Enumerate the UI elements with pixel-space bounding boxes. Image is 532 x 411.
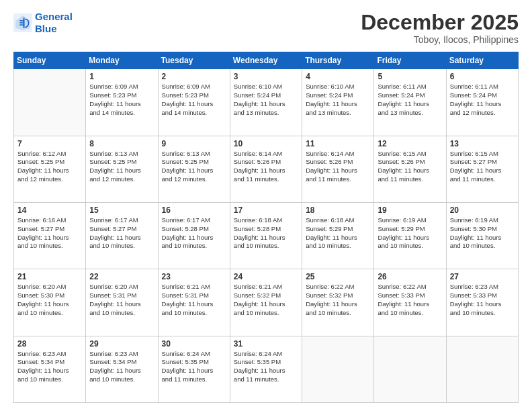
calendar-cell: 24Sunrise: 6:21 AM Sunset: 5:32 PM Dayli… xyxy=(230,269,302,336)
day-number: 31 xyxy=(234,339,298,349)
day-number: 2 xyxy=(162,72,226,81)
calendar-cell: 9Sunrise: 6:13 AM Sunset: 5:25 PM Daylig… xyxy=(158,136,230,202)
day-info: Sunrise: 6:14 AM Sunset: 5:26 PM Dayligh… xyxy=(306,150,370,184)
day-number: 26 xyxy=(378,272,442,281)
day-number: 29 xyxy=(89,339,154,349)
calendar-cell: 8Sunrise: 6:13 AM Sunset: 5:25 PM Daylig… xyxy=(86,136,158,202)
day-number: 15 xyxy=(89,205,154,215)
day-info: Sunrise: 6:11 AM Sunset: 5:24 PM Dayligh… xyxy=(378,83,442,117)
day-number: 27 xyxy=(450,272,515,281)
day-info: Sunrise: 6:23 AM Sunset: 5:34 PM Dayligh… xyxy=(17,350,82,384)
day-number: 19 xyxy=(378,205,442,215)
calendar-cell xyxy=(374,336,446,402)
day-number: 17 xyxy=(234,205,298,215)
calendar-cell: 29Sunrise: 6:23 AM Sunset: 5:34 PM Dayli… xyxy=(86,336,158,402)
day-info: Sunrise: 6:15 AM Sunset: 5:27 PM Dayligh… xyxy=(450,150,515,184)
day-number: 22 xyxy=(89,272,154,281)
day-info: Sunrise: 6:18 AM Sunset: 5:28 PM Dayligh… xyxy=(234,216,298,250)
day-info: Sunrise: 6:20 AM Sunset: 5:31 PM Dayligh… xyxy=(89,283,154,317)
day-info: Sunrise: 6:22 AM Sunset: 5:32 PM Dayligh… xyxy=(306,283,370,317)
week-row-4: 21Sunrise: 6:20 AM Sunset: 5:30 PM Dayli… xyxy=(14,269,519,336)
calendar-cell: 15Sunrise: 6:17 AM Sunset: 5:27 PM Dayli… xyxy=(86,202,158,269)
day-info: Sunrise: 6:17 AM Sunset: 5:27 PM Dayligh… xyxy=(89,216,154,250)
day-info: Sunrise: 6:17 AM Sunset: 5:28 PM Dayligh… xyxy=(162,216,226,250)
week-row-1: 1Sunrise: 6:09 AM Sunset: 5:23 PM Daylig… xyxy=(14,69,519,136)
calendar-cell: 30Sunrise: 6:24 AM Sunset: 5:35 PM Dayli… xyxy=(158,336,230,402)
col-header-friday: Friday xyxy=(374,52,446,69)
day-info: Sunrise: 6:19 AM Sunset: 5:29 PM Dayligh… xyxy=(378,216,442,250)
day-number: 23 xyxy=(162,272,226,281)
day-info: Sunrise: 6:23 AM Sunset: 5:33 PM Dayligh… xyxy=(450,283,515,317)
day-number: 11 xyxy=(306,139,370,148)
logo: General Blue xyxy=(13,11,73,35)
day-info: Sunrise: 6:24 AM Sunset: 5:35 PM Dayligh… xyxy=(162,350,226,384)
day-number: 13 xyxy=(450,139,515,148)
day-info: Sunrise: 6:13 AM Sunset: 5:25 PM Dayligh… xyxy=(162,150,226,184)
calendar-cell: 26Sunrise: 6:22 AM Sunset: 5:33 PM Dayli… xyxy=(374,269,446,336)
calendar-cell: 31Sunrise: 6:24 AM Sunset: 5:35 PM Dayli… xyxy=(230,336,302,402)
day-info: Sunrise: 6:23 AM Sunset: 5:34 PM Dayligh… xyxy=(89,350,154,384)
col-header-thursday: Thursday xyxy=(302,52,374,69)
calendar-cell: 2Sunrise: 6:09 AM Sunset: 5:23 PM Daylig… xyxy=(158,69,230,136)
calendar-cell: 23Sunrise: 6:21 AM Sunset: 5:31 PM Dayli… xyxy=(158,269,230,336)
calendar-cell: 17Sunrise: 6:18 AM Sunset: 5:28 PM Dayli… xyxy=(230,202,302,269)
calendar-cell: 13Sunrise: 6:15 AM Sunset: 5:27 PM Dayli… xyxy=(446,136,518,202)
day-info: Sunrise: 6:13 AM Sunset: 5:25 PM Dayligh… xyxy=(89,150,154,184)
logo-line2: Blue xyxy=(35,23,57,34)
day-info: Sunrise: 6:09 AM Sunset: 5:23 PM Dayligh… xyxy=(162,83,226,117)
location: Toboy, Ilocos, Philippines xyxy=(361,34,519,45)
calendar-cell: 19Sunrise: 6:19 AM Sunset: 5:29 PM Dayli… xyxy=(374,202,446,269)
day-number: 28 xyxy=(17,339,82,349)
calendar-table: SundayMondayTuesdayWednesdayThursdayFrid… xyxy=(13,52,519,403)
calendar-cell: 22Sunrise: 6:20 AM Sunset: 5:31 PM Dayli… xyxy=(86,269,158,336)
day-number: 20 xyxy=(450,205,515,215)
day-number: 12 xyxy=(378,139,442,148)
day-number: 25 xyxy=(306,272,370,281)
day-info: Sunrise: 6:09 AM Sunset: 5:23 PM Dayligh… xyxy=(89,83,154,117)
day-info: Sunrise: 6:10 AM Sunset: 5:24 PM Dayligh… xyxy=(306,83,370,117)
page: General Blue December 2025 Toboy, Ilocos… xyxy=(0,0,532,411)
week-row-2: 7Sunrise: 6:12 AM Sunset: 5:25 PM Daylig… xyxy=(14,136,519,202)
logo-text: General Blue xyxy=(35,11,73,35)
day-info: Sunrise: 6:19 AM Sunset: 5:30 PM Dayligh… xyxy=(450,216,515,250)
calendar-header-row: SundayMondayTuesdayWednesdayThursdayFrid… xyxy=(14,52,519,69)
week-row-3: 14Sunrise: 6:16 AM Sunset: 5:27 PM Dayli… xyxy=(14,202,519,269)
calendar-cell: 27Sunrise: 6:23 AM Sunset: 5:33 PM Dayli… xyxy=(446,269,518,336)
calendar-cell: 1Sunrise: 6:09 AM Sunset: 5:23 PM Daylig… xyxy=(86,69,158,136)
day-number: 1 xyxy=(89,72,154,81)
calendar-cell: 20Sunrise: 6:19 AM Sunset: 5:30 PM Dayli… xyxy=(446,202,518,269)
calendar-cell: 6Sunrise: 6:11 AM Sunset: 5:24 PM Daylig… xyxy=(446,69,518,136)
calendar-cell: 10Sunrise: 6:14 AM Sunset: 5:26 PM Dayli… xyxy=(230,136,302,202)
week-row-5: 28Sunrise: 6:23 AM Sunset: 5:34 PM Dayli… xyxy=(14,336,519,402)
day-info: Sunrise: 6:16 AM Sunset: 5:27 PM Dayligh… xyxy=(17,216,82,250)
day-info: Sunrise: 6:22 AM Sunset: 5:33 PM Dayligh… xyxy=(378,283,442,317)
calendar-cell xyxy=(14,69,86,136)
col-header-sunday: Sunday xyxy=(14,52,86,69)
day-info: Sunrise: 6:24 AM Sunset: 5:35 PM Dayligh… xyxy=(234,350,298,384)
calendar-cell: 18Sunrise: 6:18 AM Sunset: 5:29 PM Dayli… xyxy=(302,202,374,269)
day-number: 16 xyxy=(162,205,226,215)
day-info: Sunrise: 6:14 AM Sunset: 5:26 PM Dayligh… xyxy=(234,150,298,184)
day-info: Sunrise: 6:20 AM Sunset: 5:30 PM Dayligh… xyxy=(17,283,82,317)
day-number: 30 xyxy=(162,339,226,349)
day-info: Sunrise: 6:18 AM Sunset: 5:29 PM Dayligh… xyxy=(306,216,370,250)
calendar-cell: 5Sunrise: 6:11 AM Sunset: 5:24 PM Daylig… xyxy=(374,69,446,136)
day-info: Sunrise: 6:15 AM Sunset: 5:26 PM Dayligh… xyxy=(378,150,442,184)
calendar-cell: 11Sunrise: 6:14 AM Sunset: 5:26 PM Dayli… xyxy=(302,136,374,202)
day-info: Sunrise: 6:10 AM Sunset: 5:24 PM Dayligh… xyxy=(234,83,298,117)
title-block: December 2025 Toboy, Ilocos, Philippines xyxy=(361,11,519,45)
calendar-cell: 3Sunrise: 6:10 AM Sunset: 5:24 PM Daylig… xyxy=(230,69,302,136)
day-number: 10 xyxy=(234,139,298,148)
calendar-cell: 4Sunrise: 6:10 AM Sunset: 5:24 PM Daylig… xyxy=(302,69,374,136)
logo-icon xyxy=(13,13,32,32)
calendar-cell: 14Sunrise: 6:16 AM Sunset: 5:27 PM Dayli… xyxy=(14,202,86,269)
calendar-cell: 7Sunrise: 6:12 AM Sunset: 5:25 PM Daylig… xyxy=(14,136,86,202)
calendar-cell: 28Sunrise: 6:23 AM Sunset: 5:34 PM Dayli… xyxy=(14,336,86,402)
day-number: 21 xyxy=(17,272,82,281)
day-number: 3 xyxy=(234,72,298,81)
day-info: Sunrise: 6:21 AM Sunset: 5:31 PM Dayligh… xyxy=(162,283,226,317)
day-number: 14 xyxy=(17,205,82,215)
logo-line1: General xyxy=(35,11,73,22)
calendar-cell: 21Sunrise: 6:20 AM Sunset: 5:30 PM Dayli… xyxy=(14,269,86,336)
calendar-cell: 25Sunrise: 6:22 AM Sunset: 5:32 PM Dayli… xyxy=(302,269,374,336)
